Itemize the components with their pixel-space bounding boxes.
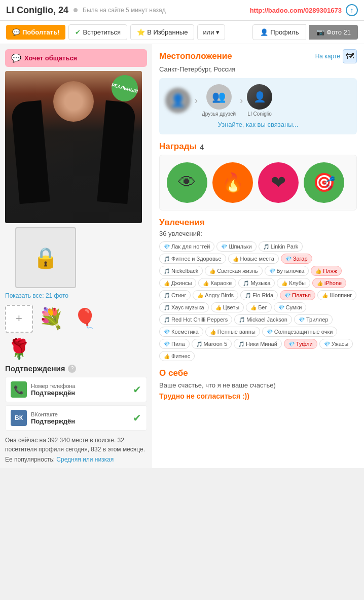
tag-item[interactable]: 💎Сумки (274, 302, 307, 312)
tag-label: Сумки (286, 304, 302, 310)
tag-label: Клубы (289, 280, 306, 286)
tag-item[interactable]: 💎Шпильки (216, 241, 256, 252)
tag-item[interactable]: 👍Шоппинг (317, 290, 356, 300)
lock-icon: 🔒 (33, 246, 58, 270)
tag-item[interactable]: 👍Пляж (311, 266, 342, 276)
tag-item[interactable]: 🎵Linkin Park (259, 241, 303, 252)
action-bar: 💬 Поболтать! ✔ Встретиться ⭐ В Избранные… (0, 21, 364, 44)
connection-group-avatar: 👥 Друзья друзей (202, 84, 236, 117)
tag-item[interactable]: 🎵Maroon 5 (192, 339, 232, 349)
interests-section: Увлечения 36 увлечений: 💎Лак для ногтей💎… (159, 218, 357, 361)
tag-item[interactable]: 👍Новые места (228, 254, 279, 264)
popularity-link[interactable]: Средняя или низкая (56, 456, 114, 463)
tag-label: Туфли (296, 341, 313, 347)
tags-container: 💎Лак для ногтей💎Шпильки🎵Linkin Park🎵Фитн… (159, 241, 357, 361)
tag-item[interactable]: 👍Светская жизнь (205, 266, 262, 276)
locked-photo[interactable]: 🔒 (15, 227, 76, 288)
tag-icon: 💎 (284, 293, 290, 298)
tag-item[interactable]: 👍Клубы (277, 278, 310, 288)
tag-item[interactable]: 💎Туфли (284, 339, 317, 349)
connection-link[interactable]: Узнайте, как вы связаны... (165, 121, 351, 128)
gifts-area: + 💐 🎈 (5, 303, 147, 334)
tag-item[interactable]: 👍Angry Birds (193, 290, 238, 300)
tag-item[interactable]: 👍Фитнес (159, 351, 195, 361)
chat-button[interactable]: 💬 Поболтать! (6, 25, 65, 40)
tag-item[interactable]: 👍Караоке (198, 278, 236, 288)
tag-label: Триллер (306, 316, 328, 323)
or-button[interactable]: или ▾ (197, 24, 225, 40)
phone-icon: 📞 (11, 381, 27, 398)
photo-tab-button[interactable]: 📷 Фото 21 (309, 25, 358, 40)
tag-icon: 👍 (164, 280, 170, 286)
connection-avatar-blurred: 👤 (165, 88, 191, 113)
tag-label: Светская жизнь (217, 268, 258, 274)
help-icon[interactable]: ? (68, 365, 76, 373)
tag-label: Nickelback (171, 268, 198, 274)
fav-button[interactable]: ⭐ В Избранные (130, 24, 194, 40)
tag-item[interactable]: 🎵Хаус музыка (159, 302, 209, 312)
map-icon[interactable]: 🗺 (343, 49, 357, 63)
tag-icon: 👍 (197, 293, 203, 298)
add-gift-button[interactable]: + (5, 305, 33, 333)
awards-section: Награды 4 👁 🔥 ❤ 🎯 (159, 142, 357, 210)
tag-label: Косметика (171, 329, 199, 335)
tag-item[interactable]: 💎Загар (281, 254, 312, 264)
tag-item[interactable]: 💎Ужасы (319, 339, 353, 349)
profile-name: LI Coniglio, 24 (6, 5, 68, 16)
tag-icon: 💎 (164, 244, 170, 250)
status-dot (74, 8, 78, 12)
real-badge-text: РЕАЛЬНЫЙ (111, 82, 138, 94)
tag-item[interactable]: 🎵Red Hot Chilli Peppers (159, 314, 232, 325)
tag-item[interactable]: 🎵Nickelback (159, 266, 203, 276)
tag-label: iPhone (324, 280, 342, 286)
location-section: Местоположение На карте 🗺 Санкт-Петербур… (159, 49, 357, 73)
popularity-line: Ее популярность: Средняя или низкая (5, 456, 147, 463)
connection-box: 👤 › 👥 Друзья друзей › 👤 LI Coniglio Узна… (159, 78, 357, 134)
left-column: 💬 Хочет общаться РЕАЛЬНЫЙ 🔒 Показат (0, 44, 152, 468)
tag-item[interactable]: 🎵Стинг (159, 290, 191, 300)
tag-item[interactable]: 🎵Flo Rida (240, 290, 278, 300)
tag-item[interactable]: 💎Платья (280, 290, 315, 300)
tag-item[interactable]: 💎Лак для ногтей (159, 241, 214, 252)
tag-label: Ники Минай (246, 341, 277, 347)
tag-item[interactable]: 🎵Фитнес и Здоровье (159, 254, 226, 264)
upload-button[interactable]: ↑ (346, 4, 358, 16)
tag-item[interactable]: 💎Триллер (294, 314, 333, 325)
tag-item[interactable]: 👍iPhone (312, 278, 346, 288)
tag-item[interactable]: 💎Солнцезащитные очки (262, 327, 337, 337)
tag-icon: 👍 (281, 280, 287, 286)
tag-item[interactable]: 🎵Mickael Jackson (234, 314, 292, 325)
tag-item[interactable]: 💎Бутылочка (265, 266, 309, 276)
phone-info: Номер телефона Подтверждён (31, 383, 129, 397)
vk-icon: ВК (11, 410, 27, 426)
tag-item[interactable]: 👍Джинсы (159, 278, 196, 288)
arrow-icon-2: › (240, 95, 243, 106)
tag-icon: 🎵 (245, 293, 251, 298)
map-link[interactable]: На карте (315, 53, 340, 60)
friends-label: Друзья друзей (202, 111, 236, 117)
tag-item[interactable]: 🎵Музыка (238, 278, 275, 288)
show-all-photos-link[interactable]: Показать все: 21 фото (5, 292, 147, 299)
header: LI Coniglio, 24 Была на сайте 5 минут на… (0, 0, 364, 21)
tag-item[interactable]: 👍Пенные ванны (205, 327, 260, 337)
tag-icon: 👍 (209, 268, 215, 274)
tag-item[interactable]: 💎Пила (159, 339, 190, 349)
profile-tab-button[interactable]: 👤 Профиль (252, 24, 306, 40)
tag-label: Flo Rida (252, 292, 273, 298)
meet-button[interactable]: ✔ Встретиться (68, 24, 127, 40)
tag-label: Лак для ногтей (171, 243, 210, 250)
tag-label: Пляж (323, 268, 337, 274)
tag-label: Linkin Park (271, 243, 298, 250)
tag-icon: 🎵 (164, 305, 170, 310)
tag-item[interactable]: 👍Бег (246, 302, 271, 312)
tag-item[interactable]: 👍Цветы (211, 302, 244, 312)
vk-status: Подтверждён (31, 417, 129, 425)
tag-icon: 💎 (164, 341, 170, 347)
tag-item[interactable]: 🎵Ники Минай (234, 339, 282, 349)
interests-title: Увлечения (159, 218, 357, 228)
awards-count: 4 (200, 143, 204, 151)
profile-url[interactable]: http://badoo.com/0289301673 (250, 7, 342, 14)
tag-icon: 👍 (317, 280, 323, 286)
tag-item[interactable]: 💎Косметика (159, 327, 203, 337)
about-title: О себе (159, 368, 357, 378)
